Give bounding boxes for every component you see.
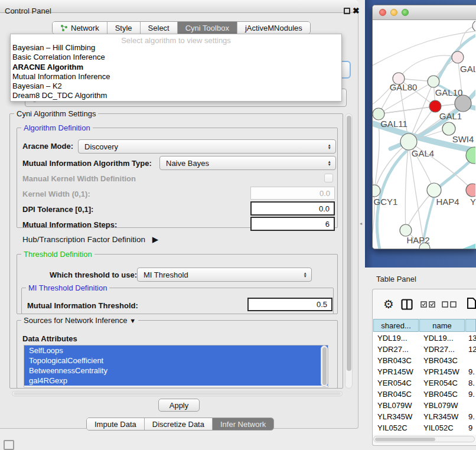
hub-transcription-toggle[interactable]: Hub/Transcription Factor Definition ▶	[22, 234, 158, 244]
tab-discretize-data-label: Discretize Data	[152, 420, 204, 429]
table-cell[interactable]: YDL19...	[377, 334, 407, 343]
network-window-titlebar[interactable]	[373, 5, 476, 20]
table-cell[interactable]: YBR043C	[423, 356, 458, 365]
table-cell[interactable]: YDR27...	[377, 345, 409, 354]
node-label: SWI4	[452, 134, 474, 144]
table-cell[interactable]: YDL19...	[423, 334, 454, 343]
unchecked-rows-icon[interactable]	[442, 301, 457, 308]
network-node[interactable]	[373, 185, 380, 197]
scrollbar-thumb[interactable]	[347, 116, 351, 371]
table-cell[interactable]: YLR345W	[377, 412, 412, 421]
aracne-mode-combo[interactable]: Discovery ▲▼	[78, 139, 336, 154]
network-node[interactable]	[466, 184, 475, 197]
table-cell[interactable]: YBL079W	[377, 401, 412, 410]
dropdown-option[interactable]: Dream8 DC_TDC Algorithm	[11, 91, 341, 100]
table-horizontal-scrollbar[interactable]	[373, 436, 475, 442]
table-cell[interactable]: YIL052C	[423, 423, 454, 432]
checked-rows-icon[interactable]	[420, 301, 436, 308]
settings-horizontal-scrollbar[interactable]	[12, 391, 343, 396]
table-cell[interactable]: 9.	[468, 367, 475, 376]
table-cell[interactable]: YBL079W	[423, 401, 458, 410]
table-cell[interactable]: YBR043C	[377, 356, 412, 365]
which-threshold-value: MI Threshold	[144, 270, 188, 279]
collapsed-panel-icon[interactable]	[4, 440, 14, 450]
table-cell[interactable]: 8.	[468, 379, 475, 387]
column-header-name[interactable]: name	[419, 319, 465, 332]
apply-button[interactable]: Apply	[158, 399, 200, 412]
table-cell[interactable]: YPR145W	[377, 367, 413, 376]
close-icon[interactable]: ✖	[353, 6, 360, 15]
dropdown-option[interactable]: Mutual Information Inference	[11, 72, 341, 81]
tab-select[interactable]: Select	[141, 22, 178, 34]
zoom-traffic-light-icon[interactable]	[402, 9, 409, 16]
table-cell[interactable]: YLR345W	[423, 412, 458, 421]
mi-threshold-field[interactable]: 0.5	[247, 298, 332, 311]
gear-icon[interactable]: ⚙	[383, 297, 394, 311]
table-cell[interactable]: YDR27...	[423, 345, 455, 354]
table-cell[interactable]: YBR045C	[377, 390, 412, 399]
table-cell[interactable]: 12	[468, 345, 476, 354]
network-node[interactable]	[400, 133, 417, 150]
tab-impute-data[interactable]: Impute Data	[87, 418, 145, 430]
tab-jactivemnodules[interactable]: jActiveMNodules	[237, 22, 310, 34]
control-panel-tabbar: Network Style Select Cyni Toolbox jActiv…	[52, 21, 311, 34]
network-node[interactable]	[442, 122, 455, 135]
manual-kernel-width-checkbox[interactable]	[324, 174, 333, 182]
table-cell[interactable]: 9.	[468, 412, 475, 421]
dropdown-option[interactable]: Bayesian – K2	[11, 81, 341, 91]
control-panel-titlebar[interactable]: Control Panel ✖	[0, 0, 358, 13]
network-node[interactable]	[428, 76, 439, 87]
list-item[interactable]: TopologicalCoefficient	[24, 356, 328, 366]
close-traffic-light-icon[interactable]	[379, 9, 386, 16]
network-node[interactable]	[452, 51, 464, 63]
scrollbar-thumb[interactable]	[14, 392, 341, 395]
table-rows-viewport[interactable]: YDL19... YDL19... 13 YDR27... YDR27... 1…	[372, 332, 476, 435]
network-graph-canvas[interactable]: GAL GAL80 GAL10 GAL1 GAL11 SWI4 GAL4 GCY…	[373, 20, 475, 249]
column-header-shared[interactable]: shared...	[373, 319, 419, 332]
dpi-tolerance-value: 0.0	[319, 204, 330, 213]
panel-resize-handle[interactable]: ◂	[360, 221, 362, 226]
table-cell[interactable]: YIL052C	[377, 423, 407, 432]
data-attributes-list[interactable]: SelfLoops TopologicalCoefficient Between…	[24, 345, 328, 387]
mi-algorithm-type-combo[interactable]: Naive Bayes ▲▼	[159, 156, 336, 170]
table-cell[interactable]: YER054C	[377, 379, 412, 387]
tab-style[interactable]: Style	[107, 22, 141, 34]
mi-steps-field[interactable]: 6	[250, 217, 335, 231]
network-node[interactable]	[373, 108, 384, 120]
table-cell[interactable]: YPR145W	[423, 367, 459, 376]
dropdown-option[interactable]: Basic Correlation Inference	[11, 53, 341, 62]
settings-vertical-scrollbar[interactable]	[345, 113, 353, 389]
aracne-mode-label: Aracne Mode:	[22, 142, 73, 151]
dropdown-option-selected[interactable]: ARACNE Algorithm	[11, 63, 341, 72]
table-cell[interactable]: YBR045C	[423, 390, 458, 399]
float-window-icon[interactable]	[344, 8, 350, 14]
aracne-mode-value: Discovery	[84, 142, 118, 151]
split-columns-icon[interactable]	[401, 299, 413, 310]
scrollbar-thumb[interactable]	[375, 438, 435, 441]
list-item[interactable]: SelfLoops	[24, 345, 328, 356]
scrollbar-thumb[interactable]	[322, 347, 327, 385]
table-cell[interactable]: 9	[468, 423, 472, 432]
network-node[interactable]	[455, 95, 471, 112]
network-node[interactable]	[472, 21, 475, 31]
tab-discretize-data[interactable]: Discretize Data	[145, 418, 213, 430]
network-node[interactable]	[400, 224, 412, 236]
tab-infer-network[interactable]: Infer Network	[213, 418, 273, 430]
new-table-icon[interactable]	[467, 297, 476, 309]
list-item[interactable]: BetweennessCentrality	[24, 366, 328, 376]
network-node-red[interactable]	[429, 100, 441, 112]
sources-title[interactable]: Sources for Network Inference ▼	[21, 316, 138, 325]
column-header-clipped[interactable]	[465, 319, 476, 332]
table-cell[interactable]: YER054C	[423, 379, 458, 387]
table-cell[interactable]: 13	[468, 334, 476, 343]
list-vertical-scrollbar[interactable]	[321, 345, 328, 387]
list-item[interactable]: gal4RGexp	[24, 376, 328, 386]
tab-cyni-toolbox[interactable]: Cyni Toolbox	[178, 22, 237, 34]
minimize-traffic-light-icon[interactable]	[390, 9, 397, 16]
which-threshold-combo[interactable]: MI Threshold ▲▼	[137, 268, 312, 282]
network-view-window[interactable]: GAL GAL80 GAL10 GAL1 GAL11 SWI4 GAL4 GCY…	[372, 5, 476, 249]
table-cell[interactable]: 9.	[468, 390, 475, 399]
network-node[interactable]	[427, 183, 441, 197]
tab-network[interactable]: Network	[53, 22, 107, 34]
dpi-tolerance-field[interactable]: 0.0	[250, 201, 335, 216]
